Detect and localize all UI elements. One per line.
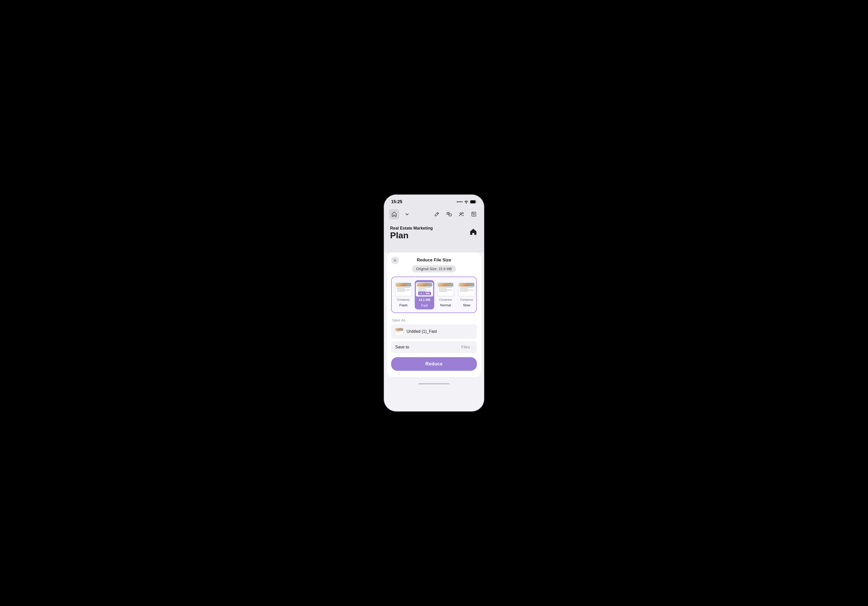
bottom-section — [384, 377, 484, 389]
reduce-button[interactable]: Reduce — [391, 357, 477, 371]
battery-icon — [470, 200, 477, 204]
save-to-label: Save to — [395, 345, 409, 349]
save-as-thumb — [395, 328, 403, 335]
chevron-right-icon: › — [471, 345, 473, 349]
compress-label-normal: Compress — [439, 298, 452, 301]
phone-frame: 15:25 — [384, 195, 484, 411]
dropdown-toolbar-btn[interactable] — [402, 209, 412, 219]
header-title: Plan — [390, 231, 433, 240]
translate-toolbar-btn[interactable] — [444, 209, 454, 219]
compress-name-slow: Slow — [463, 303, 470, 307]
compress-name-fast: Fast — [421, 304, 428, 307]
compress-thumb-slow — [458, 282, 475, 297]
header-subtitle: Real Estate Marketing — [390, 226, 433, 231]
save-as-field[interactable]: Untitled (1)_Fast — [391, 324, 477, 339]
header-home-icon — [469, 227, 478, 236]
compress-label-slow: Compress — [460, 298, 473, 301]
compress-label-flash: Compress — [397, 298, 410, 301]
edit-toolbar-btn[interactable] — [432, 209, 442, 219]
status-bar: 15:25 — [384, 195, 484, 208]
modal-title: Reduce File Size — [391, 257, 477, 263]
save-as-filename: Untitled (1)_Fast — [406, 329, 437, 334]
signal-icon — [457, 201, 462, 202]
status-time: 15:25 — [391, 199, 402, 205]
svg-rect-1 — [470, 200, 476, 203]
svg-point-6 — [460, 212, 462, 214]
compress-thumb-normal — [437, 282, 454, 297]
compress-option-flash[interactable]: Compress Flash — [394, 280, 413, 309]
original-size-badge: Original Size: 15.9 MB — [412, 265, 456, 273]
home-toolbar-btn[interactable] — [389, 209, 399, 219]
compress-label-fast: 14.1 MB — [418, 298, 430, 302]
svg-line-10 — [472, 212, 473, 213]
compress-options-container: Compress Flash 14.1 MB — [391, 277, 477, 313]
compress-size-fast: 14.1 MB — [418, 292, 431, 295]
search-toolbar-btn[interactable] — [469, 209, 479, 219]
modal-container: Reduce File Size Original Size: 15.9 MB — [387, 253, 481, 377]
modal-close-btn[interactable] — [391, 257, 399, 264]
save-as-label: Save As — [391, 318, 477, 322]
svg-point-7 — [462, 212, 463, 214]
home-indicator — [384, 380, 484, 389]
compress-name-flash: Flash — [399, 303, 408, 307]
compress-option-normal[interactable]: Compress Normal — [436, 280, 455, 309]
svg-point-9 — [473, 213, 475, 215]
persons-toolbar-btn[interactable] — [456, 209, 467, 219]
save-to-row[interactable]: Save to Files › — [391, 341, 477, 353]
compress-thumb-flash — [395, 282, 412, 297]
status-icons — [457, 200, 477, 204]
save-to-value: Files — [461, 345, 470, 349]
compress-thumb-fast: 14.1 MB — [416, 282, 433, 297]
toolbar — [384, 208, 484, 222]
gap-section — [384, 246, 484, 253]
compress-option-slow[interactable]: Compress Slow — [457, 280, 476, 309]
compress-option-fast[interactable]: 14.1 MB 14.1 MB Fast — [415, 280, 434, 309]
header-section: Real Estate Marketing Plan — [384, 222, 484, 246]
home-bar — [418, 383, 450, 384]
wifi-icon — [464, 200, 468, 204]
save-to-right: Files › — [461, 345, 473, 349]
compress-name-normal: Normal — [440, 303, 451, 307]
